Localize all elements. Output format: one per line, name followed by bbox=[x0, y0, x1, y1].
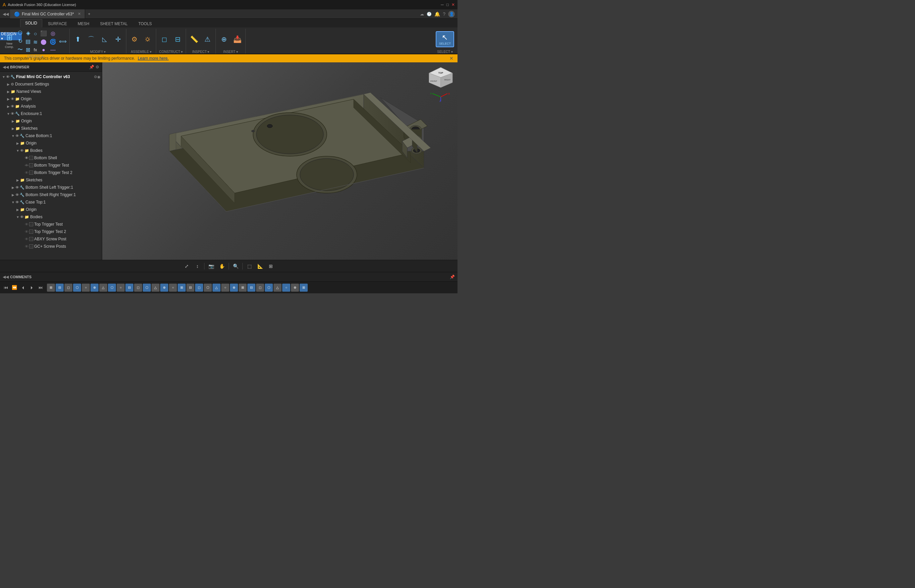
file-tab-close[interactable]: ✕ bbox=[78, 12, 81, 16]
tree-item-ct-bodies[interactable]: ▼ 👁 📁 Bodies bbox=[0, 213, 102, 221]
timeline-icon-16[interactable]: ⊞ bbox=[178, 284, 186, 292]
viewport[interactable]: TOP FRONT RIGHT X Y Z bbox=[102, 62, 457, 260]
timeline-icon-9[interactable]: ○ bbox=[117, 284, 125, 292]
timeline-icon-1[interactable]: ⊞ bbox=[47, 284, 55, 292]
timeline-icon-15[interactable]: ○ bbox=[169, 284, 177, 292]
root-settings-icon[interactable]: ⚙ bbox=[94, 75, 97, 79]
timeline-icon-7[interactable]: △ bbox=[99, 284, 107, 292]
timeline-icon-27[interactable]: △ bbox=[273, 284, 282, 292]
tree-item-ct-origin[interactable]: ▶ 📁 Origin bbox=[0, 206, 102, 213]
tree-item-bottom-shell[interactable]: 👁 □ Bottom Shell bbox=[0, 154, 102, 162]
tree-item-bottom-trig2[interactable]: 👁 □ Bottom Trigger Test 2 bbox=[0, 169, 102, 176]
loft-button[interactable]: ◈ bbox=[25, 29, 31, 37]
tab-solid[interactable]: SOLID bbox=[20, 19, 42, 27]
tree-item-enclosure[interactable]: ▼ 👁 🔧 Enclosure:1 bbox=[0, 110, 102, 117]
notifications-icon[interactable]: 🔔 bbox=[434, 11, 440, 17]
sweep-button[interactable]: 〜 bbox=[17, 45, 23, 54]
timeline-icon-29[interactable]: ⊕ bbox=[291, 284, 299, 292]
notification-link[interactable]: Learn more here. bbox=[138, 56, 169, 61]
tree-item-cb-bodies[interactable]: ▼ 👁 📁 Bodies bbox=[0, 147, 102, 154]
visibility-icon[interactable]: 👁 bbox=[6, 75, 10, 79]
chamfer-button[interactable]: ◺ bbox=[98, 36, 111, 43]
tree-item-enc-origin[interactable]: ▶ 📁 Origin bbox=[0, 117, 102, 125]
timeline-last-button[interactable]: ⏭ bbox=[37, 284, 44, 291]
tab-sheet-metal[interactable]: SHEET METAL bbox=[95, 20, 132, 27]
mirror-button[interactable]: ⟺ bbox=[58, 37, 67, 45]
eye5-icon[interactable]: 👁 bbox=[20, 149, 24, 152]
tree-item-case-top[interactable]: ▼ 👁 🔧 Case Top:1 bbox=[0, 199, 102, 206]
timeline-icon-14[interactable]: ⊕ bbox=[160, 284, 168, 292]
tree-item-origin1[interactable]: ▶ 👁 📁 Origin bbox=[0, 95, 102, 103]
browser-collapse-icon[interactable]: ◀◀ bbox=[3, 65, 9, 69]
orbit-button[interactable]: ↕ bbox=[193, 262, 202, 271]
eye4-icon[interactable]: 👁 bbox=[15, 134, 19, 138]
inspect-group-label[interactable]: INSPECT ▾ bbox=[192, 50, 210, 53]
timeline-icon-12[interactable]: ⬡ bbox=[143, 284, 151, 292]
tree-item-cb-origin[interactable]: ▶ 📁 Origin bbox=[0, 139, 102, 147]
tree-item-case-bottom[interactable]: ▼ 👁 🔧 Case Bottom:1 bbox=[0, 132, 102, 139]
window-controls[interactable]: ─ □ ✕ bbox=[441, 2, 455, 7]
zoom-button[interactable]: 🔍 bbox=[231, 262, 240, 271]
tab-mesh[interactable]: MESH bbox=[73, 20, 95, 27]
tree-item-gc-screw[interactable]: 👁 □ GC+ Screw Posts bbox=[0, 243, 102, 250]
insert-svg-button[interactable]: 📥 bbox=[231, 35, 243, 43]
pipe-button[interactable]: — bbox=[49, 46, 57, 53]
thread-button[interactable]: ≋ bbox=[32, 38, 38, 46]
timeline-icon-3[interactable]: ◻ bbox=[65, 284, 73, 292]
insert-mesh-button[interactable]: ⊕ bbox=[218, 35, 230, 43]
timeline-icon-10[interactable]: ⊟ bbox=[125, 284, 133, 292]
offset-plane-button[interactable]: ◻ bbox=[158, 35, 170, 43]
eye7-icon[interactable]: 👁 bbox=[25, 163, 29, 167]
timeline-icon-28[interactable]: ○ bbox=[282, 284, 290, 292]
notification-close[interactable]: ✕ bbox=[449, 56, 453, 61]
revolve-button[interactable]: ↻ bbox=[17, 37, 23, 45]
measure-button[interactable]: 📏 bbox=[188, 35, 200, 43]
select-group-label[interactable]: SELECT ▾ bbox=[437, 50, 453, 53]
pan-button[interactable]: ✋ bbox=[217, 262, 227, 271]
look-at-button[interactable]: 📷 bbox=[207, 262, 216, 271]
eye3-icon[interactable]: 👁 bbox=[11, 111, 15, 116]
web-button[interactable]: ⊠ bbox=[25, 46, 31, 53]
comments-pin-icon[interactable]: 📌 bbox=[450, 275, 455, 279]
tree-item-named-views[interactable]: ▶ 📁 Named Views bbox=[0, 88, 102, 95]
timeline-icon-6[interactable]: ⊕ bbox=[90, 284, 98, 292]
sphere-button[interactable]: ● bbox=[40, 46, 48, 53]
timeline-icon-5[interactable]: ○ bbox=[82, 284, 90, 292]
assemble-group-label[interactable]: ASSEMBLE ▾ bbox=[131, 50, 152, 53]
tree-item-doc-settings[interactable]: ▶ ⚙ Document Settings bbox=[0, 81, 102, 88]
torus-button[interactable]: ◎ bbox=[49, 29, 57, 37]
user-avatar[interactable]: 👤 bbox=[448, 11, 455, 18]
tab-tools[interactable]: TOOLS bbox=[133, 20, 157, 27]
minimize-button[interactable]: ─ bbox=[441, 2, 444, 7]
close-button[interactable]: ✕ bbox=[452, 2, 455, 7]
timeline-icon-20[interactable]: △ bbox=[213, 284, 221, 292]
timeline-play-forward-button[interactable]: ⏵ bbox=[28, 284, 36, 291]
timeline-icon-30[interactable]: ⊞ bbox=[300, 284, 308, 292]
timeline-icon-26[interactable]: ⬡ bbox=[265, 284, 273, 292]
display-settings-button[interactable]: ⬚ bbox=[245, 262, 254, 271]
tree-item-bs-left[interactable]: ▶ 👁 🔧 Bottom Shell Left Trigger:1 bbox=[0, 184, 102, 191]
timeline-icon-22[interactable]: ⊕ bbox=[230, 284, 238, 292]
grid-settings-button[interactable]: 📐 bbox=[255, 262, 265, 271]
joint-button[interactable]: ⚙ bbox=[128, 35, 140, 43]
browser-options-icon[interactable]: ⚙ bbox=[95, 65, 99, 69]
tab-surface[interactable]: SURFACE bbox=[43, 20, 72, 27]
tree-item-enc-sketches[interactable]: ▶ 📁 Sketches bbox=[0, 125, 102, 132]
rib-button[interactable]: ▤ bbox=[25, 37, 31, 45]
root-gear-icon[interactable]: ◉ bbox=[97, 75, 100, 79]
timeline-icon-24[interactable]: ⊟ bbox=[247, 284, 255, 292]
fit-all-button[interactable]: ⤢ bbox=[182, 262, 191, 271]
help-icon[interactable]: ? bbox=[443, 11, 445, 17]
timeline-first-button[interactable]: ⏮ bbox=[2, 284, 10, 291]
tree-item-top-trig1[interactable]: 👁 □ Top Trigger Test bbox=[0, 221, 102, 228]
press-pull-button[interactable]: ⬆ bbox=[72, 35, 84, 43]
comments-collapse-icon[interactable]: ◀◀ bbox=[3, 275, 9, 279]
fillet-button[interactable]: ⌒ bbox=[85, 35, 97, 43]
eye11-icon[interactable]: 👁 bbox=[15, 200, 19, 204]
construct-group-label[interactable]: CONSTRUCT ▾ bbox=[159, 50, 183, 53]
tree-item-cb-sketches[interactable]: ▶ 📁 Sketches bbox=[0, 176, 102, 184]
coil-button[interactable]: 🌀 bbox=[49, 38, 57, 45]
eye6-icon[interactable]: 👁 bbox=[25, 156, 29, 160]
new-tab-button[interactable]: + bbox=[85, 12, 93, 16]
fx-button[interactable]: fx bbox=[32, 47, 38, 53]
